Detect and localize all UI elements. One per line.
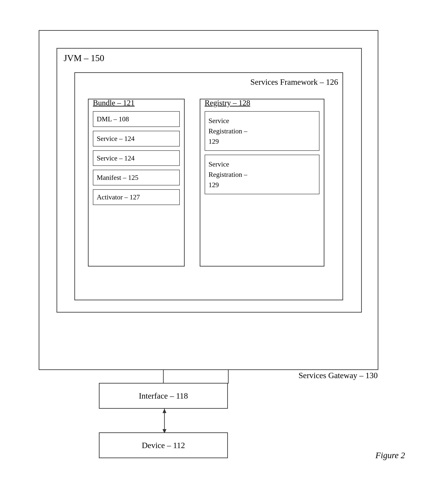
svg-marker-2: [162, 409, 166, 413]
device-box: Device – 112: [99, 432, 228, 458]
interface-box: Interface – 118: [99, 383, 228, 409]
bundle-box: Bundle – 121 DML – 108 Service – 124 Ser…: [88, 99, 185, 267]
figure-label: Figure 2: [376, 450, 405, 460]
service-registration-2: Service Registration – 129: [205, 155, 320, 194]
registry-box: Registry – 128 Service Registration – 12…: [200, 99, 324, 267]
manifest-item: Manifest – 125: [93, 170, 180, 185]
service-item-2: Service – 124: [93, 150, 180, 166]
device-label: Device – 112: [142, 441, 185, 450]
activator-item: Activator – 127: [93, 189, 180, 205]
services-gateway-label: Services Gateway – 130: [299, 371, 378, 380]
dml-item: DML – 108: [93, 111, 180, 127]
gateway-interface-connector: [163, 369, 229, 384]
services-framework-label: Services Framework – 126: [250, 77, 338, 87]
jvm-box: JVM – 150 Services Framework – 126 Bundl…: [56, 48, 362, 312]
bundle-label: Bundle – 121: [93, 98, 135, 107]
jvm-label: JVM – 150: [64, 53, 104, 63]
registry-label: Registry – 128: [205, 98, 250, 107]
diagram-container: JVM – 150 Services Framework – 126 Bundl…: [26, 17, 422, 469]
arrow-connector: [159, 409, 170, 434]
service-registration-1: Service Registration – 129: [205, 111, 320, 151]
services-framework-box: Services Framework – 126 Bundle – 121 DM…: [74, 72, 343, 300]
services-gateway-box: JVM – 150 Services Framework – 126 Bundl…: [39, 30, 378, 370]
interface-label: Interface – 118: [139, 391, 188, 401]
service-item-1: Service – 124: [93, 131, 180, 147]
